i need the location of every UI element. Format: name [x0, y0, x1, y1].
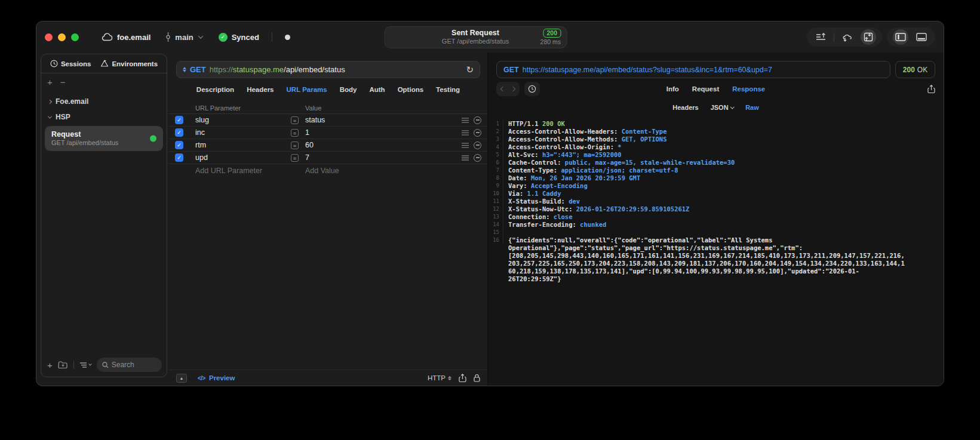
remove-param-button[interactable]: [474, 154, 481, 162]
tab-url-params[interactable]: URL Params: [287, 86, 327, 93]
toggle-sidebar-button[interactable]: [893, 29, 908, 45]
add-url-parameter-placeholder[interactable]: Add URL Parameter: [195, 167, 291, 175]
sent-request-pill[interactable]: Sent Request GET /api/embed/status 200 2…: [384, 26, 567, 48]
param-name-input[interactable]: inc: [195, 128, 291, 137]
param-name-input[interactable]: rtm: [195, 141, 291, 149]
line-number: 9: [488, 182, 503, 190]
titlebar: foe.email main ✓ Synced Sent Request GET…: [36, 21, 944, 53]
remove-param-button[interactable]: [474, 116, 481, 124]
preview-button[interactable]: </> Preview: [198, 374, 235, 381]
history-button[interactable]: [524, 82, 540, 96]
tree-group-hsp[interactable]: HSP: [41, 109, 167, 125]
protocol-select[interactable]: HTTP: [428, 374, 451, 381]
new-folder-icon[interactable]: [58, 361, 68, 369]
forward-button[interactable]: [511, 87, 515, 91]
search-icon: [102, 362, 109, 368]
request-method[interactable]: GET: [190, 65, 206, 74]
resend-request-button[interactable]: ↻: [466, 64, 474, 75]
param-row-slug[interactable]: ✓slug=status: [169, 114, 487, 127]
tab-auth[interactable]: Auth: [369, 86, 385, 93]
tab-sessions[interactable]: Sessions: [50, 60, 91, 67]
tab-testing[interactable]: Testing: [436, 86, 460, 93]
param-checkbox[interactable]: ✓: [175, 116, 183, 124]
minimize-window-button[interactable]: [58, 33, 66, 41]
sent-request-subtitle: GET /api/embed/status: [442, 38, 509, 46]
back-button[interactable]: [500, 87, 505, 91]
param-checkbox[interactable]: ✓: [175, 153, 183, 162]
param-value-input[interactable]: 1: [305, 128, 450, 137]
request-item-title: Request: [51, 130, 156, 139]
tab-environments[interactable]: Environments: [100, 60, 158, 67]
param-row-inc[interactable]: ✓inc=1: [169, 127, 487, 139]
reorder-lines-icon[interactable]: [462, 118, 469, 123]
reorder-lines-icon[interactable]: [462, 143, 469, 148]
toolbar-divider: [834, 33, 834, 42]
line-number: 3: [488, 136, 503, 143]
response-request-line[interactable]: GET https://statuspage.me/api/embed/stat…: [496, 61, 890, 78]
tab-request[interactable]: Request: [692, 85, 719, 93]
tab-body[interactable]: Body: [340, 86, 357, 93]
request-footer: ▲ </> Preview HTTP: [169, 370, 487, 386]
tab-options[interactable]: Options: [398, 86, 423, 93]
export-list-button[interactable]: [813, 29, 828, 45]
export-response-button[interactable]: [927, 85, 935, 94]
import-request-button[interactable]: [861, 29, 876, 45]
response-body[interactable]: 1HTTP/1.1 200 OK2Access-Control-Allow-He…: [488, 115, 944, 386]
response-line: 10Via: 1.1 Caddy: [488, 190, 944, 198]
request-url-bar[interactable]: GET https://statuspage.me/api/embed/stat…: [176, 61, 480, 78]
sort-options-button[interactable]: [79, 362, 91, 368]
param-row-upd[interactable]: ✓upd=7: [169, 152, 487, 164]
param-name-input[interactable]: slug: [195, 116, 291, 124]
tab-description[interactable]: Description: [196, 86, 234, 93]
subtab-raw[interactable]: Raw: [745, 104, 759, 111]
request-url[interactable]: https://statuspage.me/api/embed/status: [210, 65, 345, 74]
reorder-lines-icon[interactable]: [462, 155, 469, 161]
tab-headers[interactable]: Headers: [247, 86, 274, 93]
tab-info[interactable]: Info: [666, 85, 679, 93]
param-checkbox[interactable]: ✓: [175, 128, 183, 137]
zoom-window-button[interactable]: [71, 33, 79, 41]
remove-session-button[interactable]: −: [60, 77, 66, 87]
equals-icon: =: [291, 141, 299, 149]
chevron-right-icon: [48, 99, 52, 103]
history-clock-icon: [50, 60, 58, 67]
param-row-rtm[interactable]: ✓rtm=60: [169, 139, 487, 152]
add-request-button[interactable]: +: [47, 361, 53, 370]
param-name-input[interactable]: upd: [195, 153, 291, 162]
line-number: 15: [488, 229, 503, 236]
response-line: 9Vary: Accept-Encoding: [488, 182, 944, 190]
response-line: 4Access-Control-Allow-Origin: *: [488, 143, 944, 151]
toggle-bottom-panel-button[interactable]: [914, 29, 929, 45]
reorder-lines-icon[interactable]: [462, 130, 469, 136]
add-session-button[interactable]: +: [47, 77, 53, 87]
line-number: 1: [488, 120, 503, 128]
subtab-headers[interactable]: Headers: [672, 104, 698, 111]
add-param-row[interactable]: Add URL Parameter Add Value: [169, 164, 487, 177]
sync-arrows-button[interactable]: [840, 29, 855, 45]
project-name: foe.email: [117, 33, 150, 42]
param-value-input[interactable]: 7: [305, 153, 450, 162]
sync-arrows-icon: [842, 33, 853, 42]
cloud-icon: [101, 33, 113, 41]
collapse-panel-button[interactable]: ▲: [176, 374, 187, 383]
remove-param-button[interactable]: [474, 129, 481, 137]
branch-menu[interactable]: main: [165, 32, 202, 42]
request-list-item[interactable]: Request GET /api/embed/status: [45, 126, 163, 151]
tree-group-foe-email[interactable]: Foe.email: [41, 94, 167, 109]
project-menu[interactable]: foe.email: [101, 33, 150, 42]
param-value-input[interactable]: status: [305, 116, 450, 124]
remove-param-button[interactable]: [474, 141, 481, 149]
param-value-input[interactable]: 60: [305, 141, 450, 149]
column-value: Value: [305, 104, 450, 112]
sync-status[interactable]: ✓ Synced: [219, 33, 259, 42]
share-icon[interactable]: [459, 374, 466, 383]
tab-response[interactable]: Response: [732, 85, 765, 93]
export-list-icon: [816, 33, 826, 42]
param-checkbox[interactable]: ✓: [175, 141, 183, 149]
add-value-placeholder[interactable]: Add Value: [305, 167, 450, 175]
lock-icon[interactable]: [474, 374, 480, 382]
subtab-json[interactable]: JSON: [711, 104, 733, 111]
tree-group-label: HSP: [56, 113, 70, 121]
close-window-button[interactable]: [45, 33, 53, 41]
search-input[interactable]: Search: [97, 358, 162, 372]
